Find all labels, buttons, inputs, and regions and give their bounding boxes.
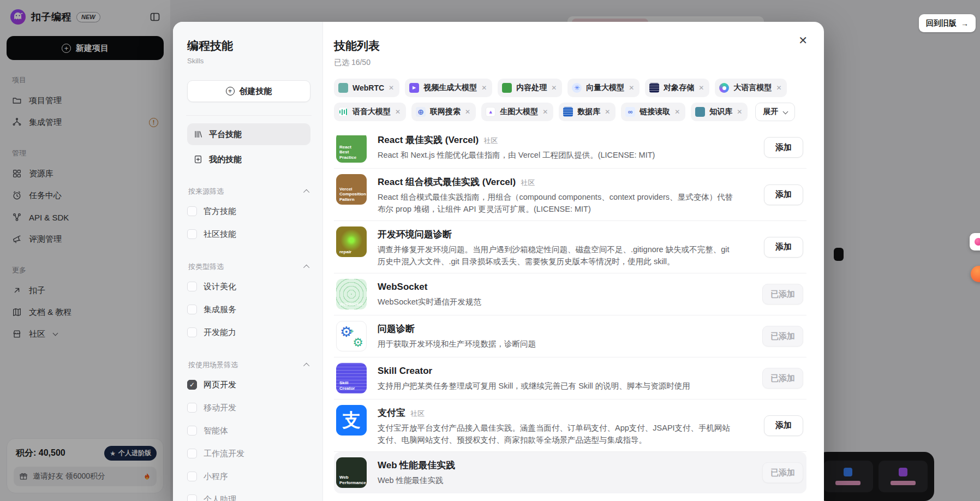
nav-label: 平台技能 [209,129,242,140]
floating-brand-button[interactable] [970,233,980,250]
tag-row: 语音大模型✕⊕联网搜索✕▲生图大模型✕数据库✕∞链接读取✕知识库✕展开 [334,103,806,121]
remove-tag-icon[interactable]: ✕ [551,84,557,92]
skill-row-问题诊断: ⚙＋⚙问题诊断用于获取开发环境和生产环境数据，诊断问题已添加 [334,315,806,357]
tag-对象存储[interactable]: 对象存储✕ [645,79,709,97]
added-button[interactable]: 已添加 [762,462,803,483]
add-button[interactable]: 添加 [764,415,803,436]
tag-向量大模型[interactable]: ✳向量大模型✕ [567,79,640,97]
skill-description: 支持用户把某类任务整理成可复用 Skill，或继续完善已有 Skill 的说明、… [378,380,740,392]
remove-tag-icon[interactable]: ✕ [698,84,704,92]
checkbox[interactable] [187,472,197,481]
remove-tag-icon[interactable]: ✕ [395,108,401,116]
remove-tag-icon[interactable]: ✕ [776,84,781,92]
arrow-right-icon: → [961,19,969,28]
add-button[interactable]: 添加 [764,237,803,258]
filter-groups: 按来源筛选官方技能社区技能按类型筛选设计美化集成服务开发能力按使用场景筛选✓网页… [187,187,310,501]
tag-icon-video: ▶ [409,83,419,93]
tag-label: 生图大模型 [500,107,538,117]
skill-info: Web 性能最佳实践Web 性能最佳实践 [378,457,740,486]
filter-option-智能体[interactable]: 智能体 [187,419,310,442]
skill-icon-开发环境问题诊断: repair [336,226,367,257]
tag-数据库[interactable]: 数据库✕ [559,103,616,121]
tag-icon-database [563,107,573,117]
filter-option-集成服务[interactable]: 集成服务 [187,298,310,321]
expand-tags-button[interactable]: 展开 [755,103,795,121]
tag-联网搜索[interactable]: ⊕联网搜索✕ [411,103,476,121]
checkbox[interactable] [187,494,197,501]
remove-tag-icon[interactable]: ✕ [674,108,680,116]
filter-group-header: 按来源筛选 [188,187,309,196]
skill-title: Web 性能最佳实践 [378,458,455,473]
tag-WebRTC[interactable]: WebRTC✕ [334,79,399,97]
filter-option-官方技能[interactable]: 官方技能 [187,200,310,223]
checkbox[interactable] [187,229,197,239]
checkbox[interactable] [187,403,197,413]
tag-视频生成大模型[interactable]: ▶视频生成大模型✕ [405,79,492,97]
nav-我的技能[interactable]: 我的技能 [187,148,310,170]
tag-大语言模型[interactable]: 大语言模型✕ [715,79,787,97]
create-skill-button[interactable]: + 创建技能 [187,80,310,102]
filter-option-label: 官方技能 [204,206,236,217]
remove-tag-icon[interactable]: ✕ [542,108,548,116]
chevron-up-icon[interactable] [303,265,309,271]
tag-生图大模型[interactable]: ▲生图大模型✕ [481,103,553,121]
tag-链接读取[interactable]: ∞链接读取✕ [621,103,685,121]
skill-info: 问题诊断用于获取开发环境和生产环境数据，诊断问题 [378,321,740,350]
tag-知识库[interactable]: 知识库✕ [691,103,748,121]
chevron-up-icon[interactable] [303,363,309,369]
community-badge: 社区 [483,136,498,146]
selected-count: 已选 16/50 [334,58,806,68]
checkbox[interactable] [187,305,197,314]
filter-option-开发能力[interactable]: 开发能力 [187,321,310,344]
add-button[interactable]: 添加 [764,137,803,158]
nav-平台技能[interactable]: 平台技能 [187,123,310,145]
filter-option-移动开发[interactable]: 移动开发 [187,396,310,419]
skills-nav: 平台技能我的技能 [187,123,310,170]
tag-label: 链接读取 [640,107,670,117]
skill-info: 支付宝社区支付宝开放平台支付产品接入最佳实践。涵盖当面付、订单码支付、App支付… [378,405,740,446]
skill-row-Skill Creator: Skill CreatorSkill Creator支持用户把某类任务整理成可复… [334,357,806,399]
filter-option-label: 网页开发 [204,380,236,390]
tag-icon-content [502,83,512,93]
added-button[interactable]: 已添加 [762,284,803,305]
filter-option-网页开发[interactable]: ✓网页开发 [187,373,310,396]
tag-icon-link: ∞ [625,107,635,117]
filter-option-设计美化[interactable]: 设计美化 [187,275,310,298]
skill-title: React 最佳实践 (Vercel) [378,135,479,147]
chevron-up-icon[interactable] [303,189,309,195]
skill-icon-React 最佳实践 (Vercel): React Best Practice [336,135,367,163]
filter-option-小程序[interactable]: 小程序 [187,465,310,488]
added-button[interactable]: 已添加 [762,368,803,389]
remove-tag-icon[interactable]: ✕ [465,108,470,116]
tag-label: 联网搜索 [430,107,461,117]
back-to-old-version-button[interactable]: 回到旧版 → [919,14,976,32]
close-icon[interactable]: ✕ [798,35,808,46]
checkbox[interactable] [187,327,197,337]
added-button[interactable]: 已添加 [762,326,803,347]
tag-label: 对象存储 [664,83,694,93]
checkbox[interactable] [187,449,197,458]
skill-title: WebSocket [378,280,427,294]
checkbox[interactable] [187,206,197,216]
add-button[interactable]: 添加 [764,184,803,205]
filter-option-个人助理[interactable]: 个人助理 [187,488,310,501]
remove-tag-icon[interactable]: ✕ [737,108,742,116]
tag-内容处理[interactable]: 内容处理✕ [498,79,562,97]
remove-tag-icon[interactable]: ✕ [629,84,634,92]
remove-tag-icon[interactable]: ✕ [389,84,394,92]
skill-title: 问题诊断 [378,322,415,336]
skill-description: React 组合模式最佳实践指南，用组合（compound components… [378,191,740,215]
checkbox[interactable]: ✓ [187,380,197,390]
tag-label: 语音大模型 [352,107,391,117]
create-skill-label: 创建技能 [240,86,272,97]
remove-tag-icon[interactable]: ✕ [605,108,610,116]
checkbox[interactable] [187,426,197,436]
skill-info: React 组合模式最佳实践 (Vercel)社区React 组合模式最佳实践指… [378,174,740,215]
filter-option-社区技能[interactable]: 社区技能 [187,223,310,246]
filter-option-工作流开发[interactable]: 工作流开发 [187,442,310,465]
skill-description: 支付宝开放平台支付产品接入最佳实践。涵盖当面付、订单码支付、App支付、JSAP… [378,422,740,446]
tag-语音大模型[interactable]: 语音大模型✕ [334,103,406,121]
checkbox[interactable] [187,282,197,291]
remove-tag-icon[interactable]: ✕ [481,84,487,92]
tag-icon-search: ⊕ [416,107,426,117]
